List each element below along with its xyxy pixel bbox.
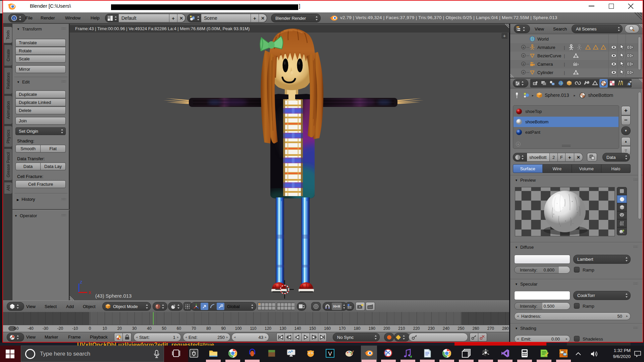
svg-text:i: i [13,16,14,20]
svg-text:V: V [328,351,332,357]
svg-text:x: x [89,289,91,295]
svg-text:z: z [80,280,83,285]
